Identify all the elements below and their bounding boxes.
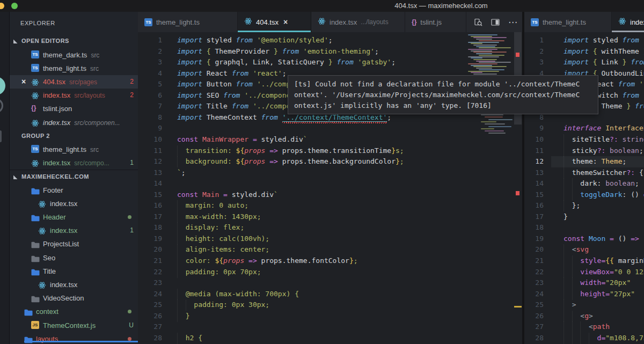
code-line[interactable]: 15 toggleDark: () => void; bbox=[524, 189, 644, 201]
tree-item-footer[interactable]: Footer bbox=[10, 184, 138, 197]
tab-tslint.js[interactable]: {}tslint.js bbox=[405, 12, 466, 32]
typescript-file-icon: TS bbox=[144, 18, 152, 26]
tree-item-index.tsx[interactable]: index.tsxsrc/layouts2 bbox=[10, 89, 138, 102]
code-line[interactable]: 2import { ThemeProvider } from 'emotion-… bbox=[138, 46, 522, 57]
code-line[interactable]: 20 <svg bbox=[524, 244, 644, 255]
more-actions-icon[interactable]: ⋯ bbox=[508, 17, 518, 28]
code-line[interactable]: 26 } bbox=[138, 311, 522, 322]
tree-item-seo[interactable]: Seo bbox=[10, 251, 138, 265]
code-line[interactable]: 27 <path bbox=[524, 321, 644, 333]
activity-icon[interactable] bbox=[0, 130, 2, 142]
code-text: margin: 0 auto; bbox=[177, 200, 248, 211]
code-text: themeSwitcher?: { bbox=[564, 167, 643, 179]
code-line[interactable]: 13`; bbox=[138, 167, 522, 179]
tree-item-tslint.json[interactable]: {}tslint.json bbox=[10, 102, 138, 115]
tab-index.tsx[interactable]: index.tsx.../layouts bbox=[311, 12, 405, 32]
tab-theme-light.ts[interactable]: TStheme_light.ts bbox=[524, 12, 612, 32]
code-line[interactable]: 13 themeSwitcher?: { bbox=[524, 167, 644, 179]
activity-icon[interactable] bbox=[0, 98, 3, 113]
code-line[interactable]: 18 bbox=[524, 222, 644, 233]
code-line[interactable]: 17 max-width: 1430px; bbox=[138, 211, 522, 223]
code-line[interactable]: 25 padding: 0px 30px; bbox=[138, 299, 522, 311]
code-line[interactable]: 16 margin: 0 auto; bbox=[138, 200, 522, 211]
tree-item-index.tsx[interactable]: index.tsx1 bbox=[10, 224, 138, 237]
module-link[interactable]: '../context/ThemeContext' bbox=[282, 113, 387, 122]
close-tab-icon[interactable]: × bbox=[283, 18, 288, 26]
code-line[interactable]: 22 viewBox="0 0 125 200" bbox=[524, 267, 644, 278]
twistie-icon[interactable] bbox=[13, 175, 18, 179]
code-line[interactable]: 10const MainWrapper = styled.div` bbox=[138, 134, 522, 145]
code-line[interactable]: 16 }; bbox=[524, 200, 644, 211]
code-line[interactable]: 3import { Link } from 'gatsby'; bbox=[524, 57, 644, 68]
code-text: import React from 'react'; bbox=[177, 68, 287, 79]
code-line[interactable]: 21 color: ${props => props.theme.fontCol… bbox=[138, 255, 522, 267]
section-header-maximeheckel-com[interactable]: MAXIMEHECKEL.COM bbox=[10, 170, 138, 183]
line-number: 16 bbox=[138, 200, 162, 211]
tree-item-context[interactable]: context bbox=[10, 305, 138, 318]
tree-item-index.tsx[interactable]: index.tsxsrc/compo...1 bbox=[10, 156, 138, 170]
code-line[interactable]: 19 height: calc(100vh); bbox=[138, 233, 522, 245]
code-line[interactable]: 12 theme: Theme; bbox=[524, 156, 644, 167]
tree-item-header[interactable]: Header bbox=[10, 210, 138, 224]
zoom-button[interactable] bbox=[11, 3, 18, 9]
code-line[interactable]: 10 siteTitle?: string; bbox=[524, 134, 644, 145]
minimize-button[interactable] bbox=[0, 3, 4, 9]
section-header-group-2[interactable]: GROUP 2 bbox=[10, 129, 138, 143]
code-line[interactable]: 12 background: ${props => props.theme.ba… bbox=[138, 156, 522, 167]
tree-item-index.tsx[interactable]: index.tsx bbox=[10, 278, 138, 291]
section-header-open-editors[interactable]: OPEN EDITORS bbox=[10, 34, 138, 48]
code-line[interactable]: 25 > bbox=[524, 299, 644, 311]
tree-item-themecontext.js[interactable]: JSThemeContext.jsU bbox=[10, 319, 138, 332]
tree-item-videosection[interactable]: VideoSection bbox=[10, 291, 138, 305]
code-line[interactable]: 15const Main = styled.div` bbox=[138, 189, 522, 201]
tab-theme-light.ts[interactable]: TStheme_light.ts bbox=[138, 12, 238, 32]
tree-item-index.tsx[interactable]: index.tsx bbox=[10, 197, 138, 210]
tree-item-title[interactable]: Title bbox=[10, 265, 138, 278]
tree-item-theme-light.ts[interactable]: TStheme_light.tssrc bbox=[10, 143, 138, 156]
tree-item-theme-light.ts[interactable]: TStheme_light.tssrc bbox=[10, 62, 138, 75]
status-badge: 1 bbox=[130, 156, 134, 170]
code-line[interactable]: 2import { withTheme } from 'emotion-them… bbox=[524, 46, 644, 57]
code-text: color: ${props => props.theme.fontColor}… bbox=[177, 255, 358, 267]
code-line[interactable]: 20 align-items: center; bbox=[138, 244, 522, 255]
code-line[interactable]: 9 bbox=[138, 123, 522, 134]
code-line[interactable]: 24 height="27px" bbox=[524, 289, 644, 300]
code-line[interactable]: 14 bbox=[138, 178, 522, 189]
activity-icon[interactable] bbox=[0, 77, 5, 95]
code-line[interactable]: 1import styled from '@emotion/styled'; bbox=[138, 35, 522, 46]
code-line[interactable]: 22 padding: 0px 70px; bbox=[138, 267, 522, 278]
close-editor-icon[interactable]: × bbox=[21, 75, 26, 89]
code-line[interactable]: 23 bbox=[138, 277, 522, 289]
code-line[interactable]: 17} bbox=[524, 211, 644, 223]
code-line[interactable]: 1import styled from '@emotion/styled'; bbox=[524, 35, 644, 46]
split-editor-icon[interactable] bbox=[491, 19, 500, 26]
tab-index.tsx[interactable]: index.tsx bbox=[612, 12, 644, 32]
code-line[interactable]: 28 d="m108.8,75.5" bbox=[524, 333, 644, 344]
tree-item-index.tsx[interactable]: index.tsxsrc/componen... bbox=[10, 116, 138, 129]
tree-item-404.tsx[interactable]: ×404.tsxsrc/pages2 bbox=[10, 75, 138, 89]
open-preview-icon[interactable] bbox=[474, 18, 482, 26]
code-line[interactable]: 14 dark: boolean; bbox=[524, 178, 644, 189]
ruler-warning-mark bbox=[514, 306, 522, 308]
code-line[interactable]: 19const Moon = () => ( bbox=[524, 233, 644, 245]
status-badge: 2 bbox=[130, 75, 134, 89]
code-line[interactable]: 23 width="20px" bbox=[524, 277, 644, 289]
tree-item-projectslist[interactable]: ProjectsList bbox=[10, 237, 138, 251]
twistie-icon[interactable] bbox=[13, 39, 18, 43]
code-line[interactable]: 26 <g> bbox=[524, 311, 644, 322]
line-number: 12 bbox=[524, 156, 544, 167]
tree-item-theme-dark.ts[interactable]: TStheme_dark.tssrc bbox=[10, 48, 138, 62]
minimap-line bbox=[488, 119, 513, 120]
code-line[interactable]: 28 h2 { bbox=[138, 333, 522, 344]
code-line[interactable]: 18 display: flex; bbox=[138, 222, 522, 233]
code-line[interactable]: 9interface InterfaceProps { bbox=[524, 123, 644, 134]
tab-label: theme_light.ts bbox=[156, 18, 200, 26]
tab-404.tsx[interactable]: 404.tsx× bbox=[238, 12, 311, 32]
code-line[interactable]: 3import { graphql, Link, StaticQuery } f… bbox=[138, 57, 522, 68]
code-line[interactable]: 24 @media (max-width: 700px) { bbox=[138, 289, 522, 300]
code-line[interactable]: 21 style={{ marginBottom: '-8px' }} bbox=[524, 255, 644, 267]
code-line[interactable]: 11 sticky?: boolean; bbox=[524, 145, 644, 157]
code-line[interactable]: 11 transition: ${props => props.theme.tr… bbox=[138, 145, 522, 157]
line-number: 9 bbox=[524, 123, 544, 134]
code-line[interactable]: 27 bbox=[138, 321, 522, 333]
